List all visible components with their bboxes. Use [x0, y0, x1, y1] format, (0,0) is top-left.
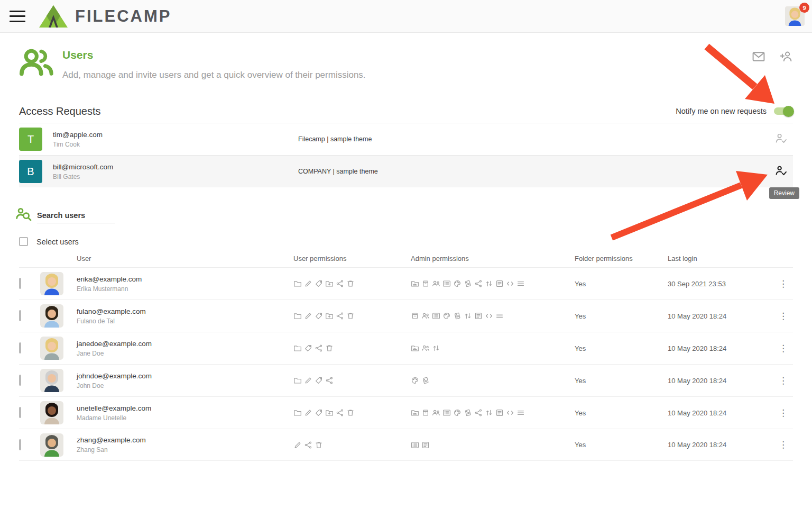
brand-logo[interactable]: FILECAMP: [38, 4, 171, 29]
user-name: Fulano de Tal: [77, 318, 293, 325]
article-icon: [495, 279, 504, 288]
col-folder-permissions: Folder permissions: [575, 255, 668, 262]
import-export-icon: [464, 312, 472, 320]
edit-icon: [304, 409, 312, 417]
user-email: zhang@example.com: [77, 436, 293, 444]
message-users-icon[interactable]: [752, 50, 765, 64]
list-card-icon: [411, 441, 419, 449]
menu-icon[interactable]: [10, 11, 25, 22]
share-icon: [336, 409, 344, 417]
folder-icon: [293, 279, 302, 288]
access-request-row[interactable]: B bill@microsoft.com Bill Gates COMPANY …: [19, 155, 793, 187]
col-admin-permissions: Admin permissions: [411, 255, 575, 262]
edit-icon: [304, 376, 312, 385]
menu-icon: [495, 312, 504, 320]
request-email: bill@microsoft.com: [53, 163, 298, 171]
user-permission-icons: [293, 312, 411, 320]
brand-name: FILECAMP: [75, 7, 171, 26]
row-menu-icon[interactable]: ⋮: [776, 438, 791, 451]
folder-plus-icon: [325, 409, 334, 417]
media-folder-icon: [411, 279, 419, 288]
folder-permissions-value: Yes: [575, 344, 668, 352]
row-checkbox[interactable]: [19, 278, 21, 289]
table-row: erika@example.com Erika Mustermann Yes 3…: [19, 267, 793, 300]
review-request-icon[interactable]: [775, 165, 791, 179]
article-icon: [421, 441, 430, 449]
last-login-value: 10 May 2020 18:24: [668, 377, 773, 385]
notify-toggle-label: Notify me on new requests: [676, 107, 767, 115]
folder-plus-icon: [325, 279, 334, 288]
table-row: janedoe@example.com Jane Doe Yes 10 May …: [19, 332, 793, 364]
row-menu-icon[interactable]: ⋮: [776, 374, 791, 387]
access-request-row[interactable]: T tim@apple.com Tim Cook Filecamp | samp…: [19, 123, 793, 155]
share-icon: [474, 409, 483, 417]
delete-icon: [325, 344, 334, 352]
users-page-icon: [19, 46, 54, 79]
menu-icon: [516, 279, 525, 288]
last-login-value: 10 May 2020 18:24: [668, 312, 773, 320]
user-email: unetelle@example.com: [77, 404, 293, 412]
user-avatar: [40, 337, 63, 360]
notify-toggle[interactable]: [774, 106, 793, 116]
folder-icon: [293, 409, 302, 417]
request-theme: COMPANY | sample theme: [298, 168, 775, 175]
topbar: FILECAMP 9: [0, 0, 812, 33]
row-menu-icon[interactable]: ⋮: [776, 310, 791, 323]
row-checkbox[interactable]: [19, 407, 21, 418]
share-icon: [325, 376, 334, 385]
code-icon: [506, 409, 514, 417]
user-permission-icons: [293, 344, 411, 352]
table-row: zhang@example.com Zhang San Yes 10 May 2…: [19, 429, 793, 461]
tag-icon: [315, 409, 323, 417]
list-card-icon: [442, 409, 451, 417]
user-permission-icons: [293, 409, 411, 417]
row-checkbox[interactable]: [19, 375, 21, 386]
share-icon: [315, 344, 323, 352]
row-menu-icon[interactable]: ⋮: [776, 406, 791, 420]
edit-icon: [304, 312, 312, 320]
admin-permission-icons: [411, 279, 575, 288]
share-icon: [474, 279, 483, 288]
users-icon: [421, 344, 430, 352]
delete-box-icon: [421, 409, 430, 417]
last-login-value: 10 May 2020 18:24: [668, 409, 773, 417]
style-icon: [453, 312, 462, 320]
user-avatar: [40, 433, 63, 457]
edit-icon: [304, 279, 312, 288]
admin-permission-icons: [411, 312, 575, 320]
user-name: Madame Unetelle: [77, 414, 293, 422]
add-user-icon[interactable]: [779, 50, 793, 64]
delete-icon: [346, 312, 355, 320]
share-icon: [336, 279, 344, 288]
col-user-permissions: User permissions: [293, 255, 411, 262]
users-icon: [421, 312, 430, 320]
search-input[interactable]: [37, 209, 115, 223]
import-export-icon: [485, 409, 493, 417]
col-user: User: [77, 255, 293, 262]
row-menu-icon[interactable]: ⋮: [776, 277, 791, 291]
row-checkbox[interactable]: [19, 310, 21, 321]
share-icon: [304, 441, 312, 449]
user-name: Zhang San: [77, 446, 293, 453]
folder-permissions-value: Yes: [575, 280, 668, 288]
folder-permissions-value: Yes: [575, 377, 668, 385]
review-request-icon[interactable]: [775, 132, 791, 147]
folder-permissions-value: Yes: [575, 312, 668, 320]
select-all-checkbox[interactable]: [19, 237, 28, 246]
tag-icon: [315, 279, 323, 288]
admin-permission-icons: [411, 344, 575, 352]
delete-box-icon: [411, 312, 419, 320]
row-menu-icon[interactable]: ⋮: [776, 342, 791, 355]
palette-icon: [411, 376, 419, 385]
request-email: tim@apple.com: [53, 131, 298, 139]
search-users-icon: [16, 206, 32, 222]
delete-icon: [315, 441, 323, 449]
table-row: johndoe@example.com John Doe Yes 10 May …: [19, 364, 793, 396]
row-checkbox[interactable]: [19, 439, 21, 450]
page-subtitle: Add, manage and invite users and get a q…: [62, 70, 366, 80]
tag-icon: [304, 344, 312, 352]
admin-permission-icons: [411, 409, 575, 417]
style-icon: [464, 409, 472, 417]
row-checkbox[interactable]: [19, 342, 21, 353]
review-tooltip: Review: [769, 187, 799, 199]
